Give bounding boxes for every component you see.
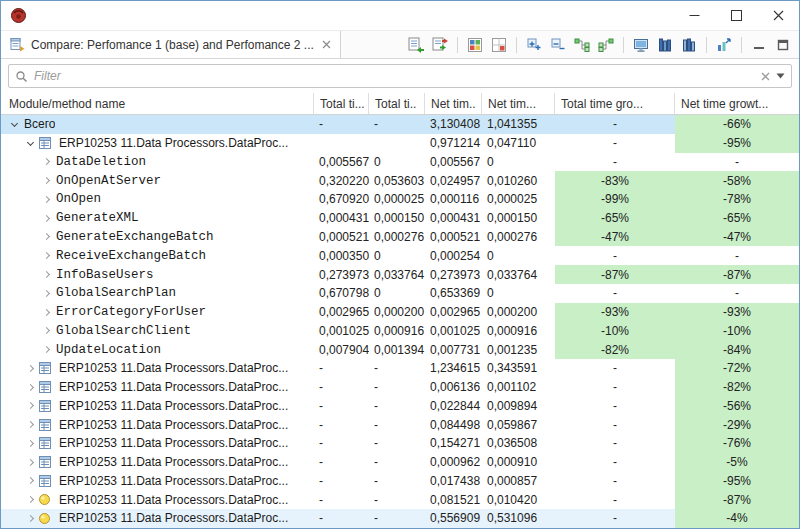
profiler-app-icon [10,7,27,24]
expand-toggle-icon[interactable] [39,272,53,277]
table-row[interactable]: GenerateExchangeBatch0,0005210,0002760,0… [1,228,799,247]
cell-net-time-compare: 0,010420 [482,490,555,509]
column-header-total-time-growth[interactable]: Total time gro... [555,93,675,114]
expand-toggle-icon[interactable] [23,460,37,465]
row-label: ERP10253 11.Data Processors.DataProc... [59,136,288,150]
cell-total-time-growth: - [555,284,675,303]
table-row[interactable]: ERP10253 11.Data Processors.DataProc...0… [1,134,799,153]
table-row[interactable]: InfoBaseUsers0,2739730,0337640,2739730,0… [1,265,799,284]
table-row[interactable]: ERP10253 11.Data Processors.DataProc...-… [1,472,799,491]
expand-toggle-icon[interactable] [39,197,53,202]
expand-toggle-icon[interactable] [39,328,53,333]
color-grid-icon[interactable] [464,34,486,56]
table-row[interactable]: UpdateLocation0,0079040,0013940,0077310,… [1,340,799,359]
maximize-view-icon[interactable] [772,34,794,56]
row-label: ERP10253 11.Data Processors.DataProc... [59,493,288,507]
expand-toggle-icon[interactable] [23,422,37,427]
client-view-icon[interactable] [630,34,652,56]
column-header-net-time-growth[interactable]: Net time growt... [675,93,799,114]
table-row[interactable]: OnOpenAtServer0,3202200,0536030,0249570,… [1,171,799,190]
cell-net-time-growth: -66% [675,115,799,134]
expand-toggle-icon[interactable] [23,441,37,446]
table-row[interactable]: ERP10253 11.Data Processors.DataProc...-… [1,509,799,528]
expand-toggle-icon[interactable] [23,366,37,371]
toolbar-separator [741,37,742,53]
column-header-total-time-base[interactable]: Total ti... [314,93,369,114]
database-view-icon[interactable] [678,34,700,56]
table-row[interactable]: Всего--3,1304081,041355--66% [1,115,799,134]
profile-open-icon[interactable] [405,34,427,56]
cell-module-method-name: DataDeletion [1,153,314,172]
cell-net-time-base: 0,002965 [425,303,482,322]
expand-toggle-icon[interactable] [39,310,53,315]
table-row[interactable]: GlobalSearchPlan0,67079800,6533690-- [1,284,799,303]
table-row[interactable]: GlobalSearchClient0,0010250,0009160,0010… [1,321,799,340]
chart-icon[interactable] [713,34,735,56]
expand-toggle-icon[interactable] [23,497,37,502]
expand-toggle-icon[interactable] [23,385,37,390]
expand-toggle-icon[interactable] [39,291,53,296]
expand-toggle-icon[interactable] [23,516,37,521]
toolbar-separator [623,37,624,53]
cell-net-time-compare: 0,531096 [482,509,555,528]
cell-total-time-growth: - [555,153,675,172]
cell-total-time-growth: -65% [555,209,675,228]
table-row[interactable]: ErrorCategoryForUser0,0029650,0002000,00… [1,303,799,322]
column-header-net-time-compare[interactable]: Net tim... [482,93,555,114]
tab-compare-results[interactable]: Compare: Perfomance 1 (base) and Perfoma… [1,31,341,58]
cell-net-time-base: 0,017438 [425,472,482,491]
table-row[interactable]: GenerateXML0,0004310,0001500,0004310,000… [1,209,799,228]
reverse-call-tree-icon[interactable] [595,34,617,56]
column-header-net-time-base[interactable]: Net tim.. [425,93,482,114]
call-tree-icon[interactable] [571,34,593,56]
cell-total-time-compare: - [369,115,425,134]
table-row[interactable]: OnOpen0,6709200,0000250,0001160,000025-9… [1,190,799,209]
red-cell-icon[interactable] [488,34,510,56]
cell-total-time-compare: - [369,472,425,491]
expand-toggle-icon[interactable] [23,478,37,483]
cell-total-time-growth: - [555,134,675,153]
cell-total-time-compare: 0,000200 [369,303,425,322]
cell-net-time-base: 0,024957 [425,171,482,190]
cell-total-time-base: 0,002965 [314,303,369,322]
profile-compare-icon[interactable] [429,34,451,56]
cell-total-time-growth: - [555,246,675,265]
column-header-module-method-name[interactable]: Module/method name [1,93,314,114]
table-row[interactable]: ERP10253 11.Data Processors.DataProc...-… [1,359,799,378]
cell-total-time-compare: 0 [369,246,425,265]
table-row[interactable]: ERP10253 11.Data Processors.DataProc...-… [1,453,799,472]
expand-toggle-icon[interactable] [39,253,53,258]
server-view-icon[interactable] [654,34,676,56]
collapse-toggle-icon[interactable] [23,142,37,145]
expand-toggle-icon[interactable] [39,234,53,239]
maximize-button[interactable] [715,1,757,30]
expand-toggle-icon[interactable] [39,216,53,221]
table-row[interactable]: ERP10253 11.Data Processors.DataProc...-… [1,415,799,434]
minimize-view-icon[interactable] [748,34,770,56]
expand-all-icon[interactable] [523,34,545,56]
close-tab-icon[interactable] [322,40,331,49]
minimize-button[interactable] [673,1,715,30]
cell-net-time-compare: 0,001235 [482,340,555,359]
collapse-toggle-icon[interactable] [7,123,21,126]
filter-input[interactable] [34,69,755,83]
expand-toggle-icon[interactable] [39,347,53,352]
expand-toggle-icon[interactable] [39,178,53,183]
table-row[interactable]: ReceiveExchangeBatch0,00035000,0002540-- [1,246,799,265]
table-row[interactable]: ERP10253 11.Data Processors.DataProc...-… [1,396,799,415]
collapse-all-icon[interactable] [547,34,569,56]
column-header-total-time-compare[interactable]: Total ti.. [369,93,425,114]
table-row[interactable]: ERP10253 11.Data Processors.DataProc...-… [1,378,799,397]
expand-toggle-icon[interactable] [39,159,53,164]
cell-total-time-growth: - [555,490,675,509]
table-row[interactable]: DataDeletion0,00556700,0055670-- [1,153,799,172]
clear-filter-icon[interactable] [761,72,770,81]
table-row[interactable]: ERP10253 11.Data Processors.DataProc...-… [1,434,799,453]
dropdown-arrow-icon[interactable] [776,73,785,79]
close-button[interactable] [757,1,799,30]
close-icon [773,10,784,21]
cell-net-time-growth: -95% [675,472,799,491]
report-icon [38,399,56,413]
table-row[interactable]: ERP10253 11.Data Processors.DataProc...-… [1,490,799,509]
expand-toggle-icon[interactable] [23,403,37,408]
